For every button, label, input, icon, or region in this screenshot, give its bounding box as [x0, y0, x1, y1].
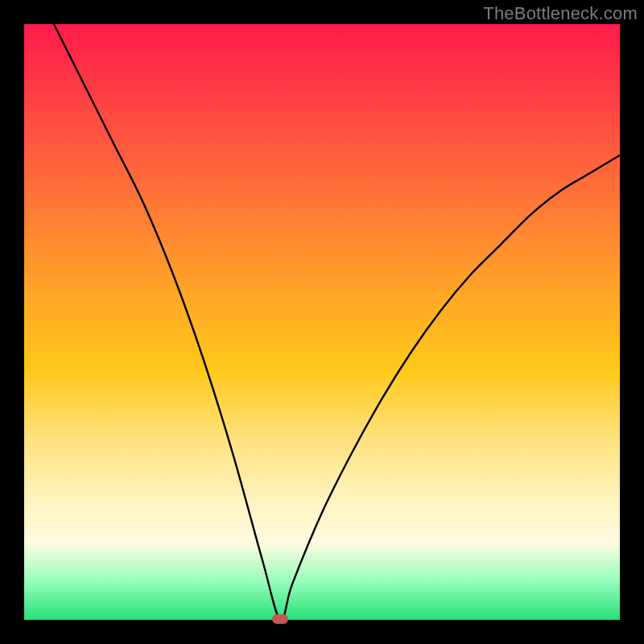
- chart-frame: TheBottleneck.com: [0, 0, 644, 644]
- curve-line: [54, 24, 620, 621]
- bottleneck-curve: [24, 24, 620, 620]
- plot-area: [24, 24, 620, 620]
- watermark-text: TheBottleneck.com: [483, 3, 638, 24]
- nadir-marker: [272, 614, 288, 624]
